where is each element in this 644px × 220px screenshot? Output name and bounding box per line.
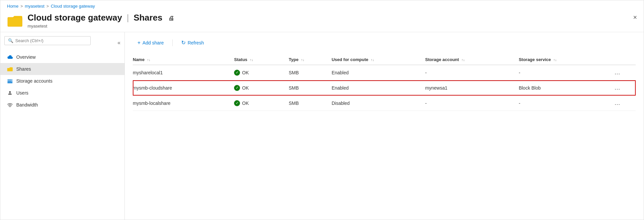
sort-icon-status: ↑↓ [250, 58, 253, 62]
cell-type: SMB [289, 96, 332, 111]
cell-status: ✓ OK [234, 65, 288, 80]
folder-icon [7, 66, 13, 72]
resource-name: Cloud storage gateway [28, 13, 122, 23]
section-name: Shares [133, 13, 162, 23]
cell-actions: … [612, 96, 636, 111]
col-header-status[interactable]: Status ↑↓ [234, 54, 288, 65]
breadcrumb-sep-2: > [46, 4, 49, 9]
cell-status: ✓ OK [234, 80, 288, 96]
cell-name: mysharelocal1 [133, 65, 234, 80]
title-pipe: | [127, 13, 129, 23]
cell-compute: Disabled [332, 96, 425, 111]
table-row[interactable]: mysmb-cloudshare ✓ OK SMB Enabled mynews… [133, 80, 636, 96]
cell-type: SMB [289, 65, 332, 80]
cell-compute: Enabled [332, 65, 425, 80]
search-bar[interactable]: 🔍 [4, 36, 91, 45]
svg-rect-2 [8, 18, 22, 27]
svg-point-11 [10, 107, 10, 107]
status-ok-icon: ✓ [234, 70, 240, 76]
breadcrumb-myasetest[interactable]: myasetest [25, 4, 44, 9]
table-body: mysharelocal1 ✓ OK SMB Enabled - - … mys… [133, 65, 636, 111]
search-row: 🔍 « [0, 36, 124, 49]
shares-table: Name ↑↓ Status ↑↓ Type ↑↓ Used for com [133, 54, 636, 111]
toolbar: + Add share ↻ Refresh [133, 37, 636, 48]
row-more-button[interactable]: … [612, 68, 623, 77]
wifi-icon [7, 102, 13, 108]
col-header-type[interactable]: Type ↑↓ [289, 54, 332, 65]
close-button[interactable]: × [633, 14, 637, 21]
breadcrumb: Home > myasetest > Cloud storage gateway [0, 0, 644, 11]
col-header-storage-service[interactable]: Storage service ↑↓ [519, 54, 612, 65]
add-share-label: Add share [142, 40, 164, 45]
cell-status: ✓ OK [234, 96, 288, 111]
sidebar-item-users-label: Users [16, 90, 29, 96]
print-icon[interactable]: 🖨 [168, 15, 174, 22]
cell-storage-service: - [519, 65, 612, 80]
sort-icon-storage-svc: ↑↓ [553, 58, 557, 62]
col-header-compute[interactable]: Used for compute ↑↓ [332, 54, 425, 65]
sort-icon-type: ↑↓ [301, 58, 304, 62]
sidebar: 🔍 « Overview [0, 32, 125, 220]
col-header-actions [612, 54, 636, 65]
page-header: Cloud storage gateway | Shares 🖨 myasete… [0, 11, 644, 32]
main-content: + Add share ↻ Refresh Name ↑↓ [125, 32, 644, 220]
row-more-button[interactable]: … [612, 99, 623, 107]
resource-subtitle: myasetest [28, 24, 637, 29]
cell-storage-account: mynewsa1 [425, 80, 519, 96]
row-more-button[interactable]: … [612, 84, 623, 92]
sidebar-item-bandwidth-label: Bandwidth [16, 102, 38, 108]
page-container: Home > myasetest > Cloud storage gateway… [0, 0, 644, 220]
status-text: OK [242, 85, 249, 91]
search-icon: 🔍 [8, 38, 13, 43]
breadcrumb-current: Cloud storage gateway [51, 4, 95, 9]
storage-icon [7, 78, 13, 84]
cell-storage-service: Block Blob [519, 80, 612, 96]
status-text: OK [242, 70, 249, 75]
svg-rect-7 [8, 82, 13, 83]
col-header-storage-account[interactable]: Storage account ↑↓ [425, 54, 519, 65]
sort-icon-storage-acct: ↑↓ [461, 58, 465, 62]
collapse-sidebar-button[interactable]: « [118, 40, 121, 46]
breadcrumb-home[interactable]: Home [7, 4, 19, 9]
status-ok-icon: ✓ [234, 100, 240, 106]
add-share-button[interactable]: + Add share [133, 38, 168, 48]
cell-storage-account: - [425, 96, 519, 111]
cell-name: mysmb-cloudshare [133, 80, 234, 96]
sidebar-item-shares-label: Shares [16, 66, 31, 72]
breadcrumb-sep-1: > [21, 4, 23, 9]
search-input[interactable] [15, 38, 87, 43]
cell-actions: … [612, 65, 636, 80]
status-text: OK [242, 101, 249, 106]
cell-storage-service: - [519, 96, 612, 111]
sidebar-item-storage-accounts[interactable]: Storage accounts [0, 75, 124, 87]
cell-storage-account: - [425, 65, 519, 80]
sort-icon-name: ↑↓ [147, 58, 150, 62]
toolbar-separator [172, 39, 173, 46]
refresh-label: Refresh [188, 40, 204, 45]
cell-compute: Enabled [332, 80, 425, 96]
user-icon [7, 90, 13, 96]
add-icon: + [137, 40, 140, 46]
cloud-icon [7, 54, 13, 60]
cell-name: mysmb-localshare [133, 96, 234, 111]
refresh-button[interactable]: ↻ Refresh [177, 37, 208, 48]
table-row[interactable]: mysharelocal1 ✓ OK SMB Enabled - - … [133, 65, 636, 80]
col-header-name[interactable]: Name ↑↓ [133, 54, 234, 65]
cell-actions: … [612, 80, 636, 96]
cell-type: SMB [289, 80, 332, 96]
sidebar-item-overview[interactable]: Overview [0, 51, 124, 63]
sidebar-item-shares[interactable]: Shares [0, 63, 124, 75]
sort-icon-compute: ↑↓ [371, 58, 374, 62]
table-row[interactable]: mysmb-localshare ✓ OK SMB Disabled - - … [133, 96, 636, 111]
header-text: Cloud storage gateway | Shares 🖨 myasete… [28, 13, 637, 29]
sidebar-item-storage-accounts-label: Storage accounts [16, 78, 52, 84]
status-ok-icon: ✓ [234, 85, 240, 91]
refresh-icon: ↻ [181, 39, 186, 46]
resource-icon [7, 13, 23, 29]
sidebar-item-overview-label: Overview [16, 54, 36, 60]
sidebar-item-bandwidth[interactable]: Bandwidth [0, 99, 124, 111]
sidebar-item-users[interactable]: Users [0, 87, 124, 99]
table-header: Name ↑↓ Status ↑↓ Type ↑↓ Used for com [133, 54, 636, 65]
header-title: Cloud storage gateway | Shares 🖨 [28, 13, 637, 23]
body: 🔍 « Overview [0, 32, 644, 220]
